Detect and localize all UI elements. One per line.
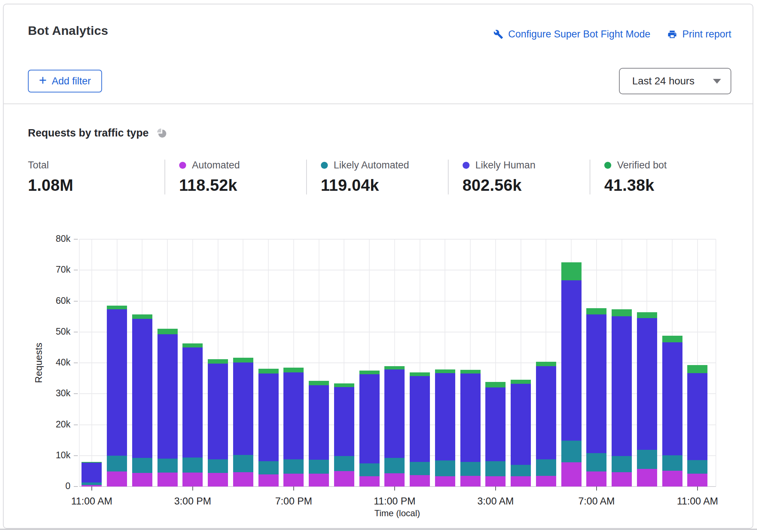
bar-15-automated[interactable] xyxy=(460,476,481,487)
bar-18-automated[interactable] xyxy=(536,476,556,487)
bar-1-likely-automated[interactable] xyxy=(107,456,127,471)
bar-16-verified-bot[interactable] xyxy=(485,382,506,387)
bar-6-verified-bot[interactable] xyxy=(233,358,253,362)
print-report-link[interactable]: Print report xyxy=(667,29,731,40)
bar-8-likely-human[interactable] xyxy=(283,372,304,459)
bar-5-verified-bot[interactable] xyxy=(208,359,228,364)
bar-10-likely-automated[interactable] xyxy=(334,456,354,471)
bar-7-likely-human[interactable] xyxy=(258,374,279,461)
bar-6-likely-human[interactable] xyxy=(233,362,253,455)
time-range-select[interactable]: Last 24 hours xyxy=(619,68,731,94)
bar-18-likely-human[interactable] xyxy=(536,366,556,459)
bar-24-likely-automated[interactable] xyxy=(687,460,707,473)
bar-10-verified-bot[interactable] xyxy=(334,383,354,387)
bar-8-likely-automated[interactable] xyxy=(283,459,304,474)
bar-7-likely-automated[interactable] xyxy=(258,461,279,474)
bar-3-automated[interactable] xyxy=(157,473,178,487)
bar-3-likely-human[interactable] xyxy=(157,334,178,459)
bar-21-likely-automated[interactable] xyxy=(612,456,632,472)
bar-9-likely-human[interactable] xyxy=(309,385,329,460)
bar-17-likely-human[interactable] xyxy=(511,384,531,465)
bar-0-verified-bot[interactable] xyxy=(82,462,102,463)
bar-22-automated[interactable] xyxy=(637,469,657,487)
bar-0-automated[interactable] xyxy=(82,485,102,487)
bar-18-verified-bot[interactable] xyxy=(536,362,556,366)
bar-10-automated[interactable] xyxy=(334,471,354,487)
bar-13-likely-automated[interactable] xyxy=(410,462,430,475)
bar-23-likely-human[interactable] xyxy=(662,342,682,455)
bar-19-likely-automated[interactable] xyxy=(561,441,582,462)
bar-7-automated[interactable] xyxy=(258,474,279,487)
bar-5-automated[interactable] xyxy=(208,473,228,487)
bar-16-likely-automated[interactable] xyxy=(485,461,506,476)
bar-21-automated[interactable] xyxy=(612,472,632,487)
bar-21-verified-bot[interactable] xyxy=(612,309,632,316)
bar-20-likely-automated[interactable] xyxy=(586,453,606,471)
bar-13-verified-bot[interactable] xyxy=(410,372,430,376)
configure-super-bot-fight-mode-link[interactable]: Configure Super Bot Fight Mode xyxy=(493,29,650,40)
bar-11-likely-automated[interactable] xyxy=(359,463,380,476)
bar-2-automated[interactable] xyxy=(132,473,152,487)
bar-19-likely-human[interactable] xyxy=(561,280,582,441)
bar-4-likely-automated[interactable] xyxy=(182,458,203,473)
bar-13-likely-human[interactable] xyxy=(410,376,430,462)
bar-15-likely-automated[interactable] xyxy=(460,462,481,476)
bar-12-automated[interactable] xyxy=(384,473,405,487)
bar-20-likely-human[interactable] xyxy=(586,314,606,453)
bar-3-likely-automated[interactable] xyxy=(157,459,178,473)
bar-5-likely-human[interactable] xyxy=(208,364,228,459)
bar-2-verified-bot[interactable] xyxy=(132,314,152,319)
add-filter-button[interactable]: + Add filter xyxy=(28,70,102,92)
bar-17-verified-bot[interactable] xyxy=(511,380,531,384)
bar-1-verified-bot[interactable] xyxy=(107,306,127,309)
bar-0-likely-automated[interactable] xyxy=(82,482,102,485)
bar-21-likely-human[interactable] xyxy=(612,316,632,456)
bar-11-automated[interactable] xyxy=(359,476,380,487)
bar-10-likely-human[interactable] xyxy=(334,387,354,456)
bar-17-automated[interactable] xyxy=(511,476,531,487)
bar-18-likely-automated[interactable] xyxy=(536,459,556,476)
bar-16-automated[interactable] xyxy=(485,476,506,487)
bar-20-automated[interactable] xyxy=(586,471,606,487)
bar-14-likely-human[interactable] xyxy=(435,373,455,460)
bar-3-verified-bot[interactable] xyxy=(157,329,178,334)
bar-12-likely-human[interactable] xyxy=(384,369,405,458)
bar-12-likely-automated[interactable] xyxy=(384,458,405,473)
bar-9-likely-automated[interactable] xyxy=(309,460,329,474)
bar-16-likely-human[interactable] xyxy=(485,387,506,461)
bar-11-verified-bot[interactable] xyxy=(359,371,380,374)
bar-24-verified-bot[interactable] xyxy=(687,365,707,373)
bar-4-verified-bot[interactable] xyxy=(182,343,203,347)
bar-15-likely-human[interactable] xyxy=(460,374,481,462)
bar-6-automated[interactable] xyxy=(233,472,253,487)
bar-23-likely-automated[interactable] xyxy=(662,455,682,471)
bar-22-likely-human[interactable] xyxy=(637,318,657,450)
bar-13-automated[interactable] xyxy=(410,475,430,487)
bar-24-automated[interactable] xyxy=(687,474,707,487)
bar-4-automated[interactable] xyxy=(182,473,203,487)
bar-14-likely-automated[interactable] xyxy=(435,460,455,476)
bar-1-automated[interactable] xyxy=(107,471,127,487)
bar-23-verified-bot[interactable] xyxy=(662,336,682,342)
bar-22-verified-bot[interactable] xyxy=(637,312,657,318)
bar-2-likely-human[interactable] xyxy=(132,319,152,458)
bar-12-verified-bot[interactable] xyxy=(384,366,405,369)
bar-17-likely-automated[interactable] xyxy=(511,465,531,476)
bar-8-automated[interactable] xyxy=(283,474,304,487)
bar-9-automated[interactable] xyxy=(309,474,329,487)
bar-15-verified-bot[interactable] xyxy=(460,370,481,374)
bar-6-likely-automated[interactable] xyxy=(233,455,253,472)
bar-5-likely-automated[interactable] xyxy=(208,459,228,473)
bar-8-verified-bot[interactable] xyxy=(283,368,304,372)
bar-14-automated[interactable] xyxy=(435,476,455,487)
bar-4-likely-human[interactable] xyxy=(182,347,203,458)
bar-14-verified-bot[interactable] xyxy=(435,369,455,373)
bar-9-verified-bot[interactable] xyxy=(309,381,329,385)
bar-0-likely-human[interactable] xyxy=(82,463,102,482)
bar-19-verified-bot[interactable] xyxy=(561,262,582,280)
bar-1-likely-human[interactable] xyxy=(107,309,127,456)
bar-19-automated[interactable] xyxy=(561,462,582,487)
bar-24-likely-human[interactable] xyxy=(687,373,707,460)
bar-11-likely-human[interactable] xyxy=(359,374,380,463)
bar-20-verified-bot[interactable] xyxy=(586,308,606,314)
